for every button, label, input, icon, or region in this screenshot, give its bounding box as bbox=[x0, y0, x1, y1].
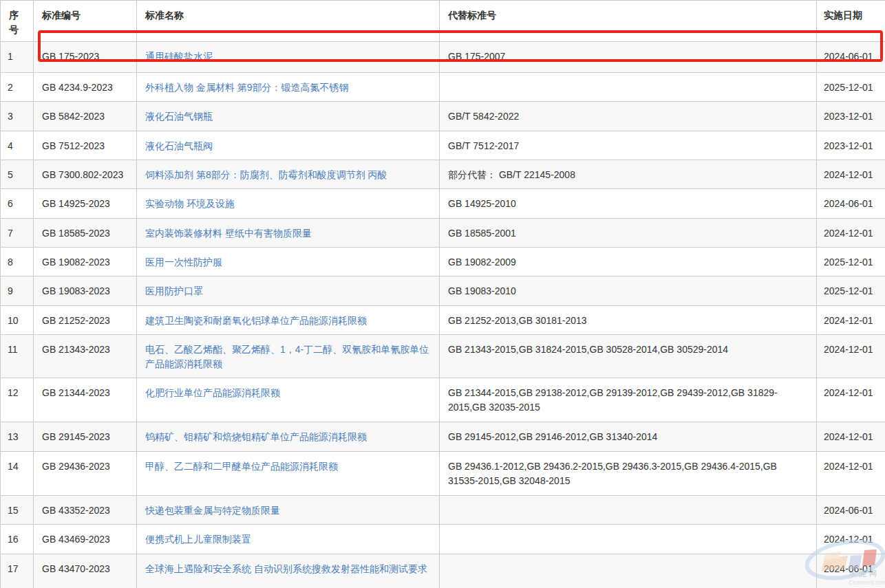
replaced-codes-cell bbox=[440, 525, 817, 554]
row-index-cell: 1 bbox=[1, 42, 34, 73]
standard-code-cell: GB 175-2023 bbox=[34, 42, 137, 73]
standard-code-cell: GB 43352-2023 bbox=[34, 496, 137, 525]
table-row: 14GB 29436-2023甲醇、乙二醇和二甲醚单位产品能源消耗限额GB 29… bbox=[1, 452, 885, 496]
standard-name-link[interactable]: 建筑卫生陶瓷和耐磨氧化铝球单位产品能源消耗限额 bbox=[145, 315, 367, 326]
table-row: 10GB 21252-2023建筑卫生陶瓷和耐磨氧化铝球单位产品能源消耗限额GB… bbox=[1, 306, 885, 335]
implementation-date-cell: 2025-12-01 bbox=[817, 248, 885, 276]
standard-name-link[interactable]: 电石、乙酸乙烯酯、聚乙烯醇、1，4-丁二醇、双氰胺和单氰胺单位产品能源消耗限额 bbox=[145, 344, 429, 369]
standard-code-cell: GB 18585-2023 bbox=[34, 219, 137, 248]
table-row: 11GB 21343-2023电石、乙酸乙烯酯、聚乙烯醇、1，4-丁二醇、双氰胺… bbox=[1, 335, 885, 378]
replaced-codes-cell: GB 175-2007 bbox=[440, 42, 817, 73]
standard-code-cell: GB 29436-2023 bbox=[34, 452, 137, 496]
implementation-date-cell: 2024-06-01 bbox=[817, 42, 885, 73]
row-index-cell: 2 bbox=[1, 73, 34, 102]
table-row: 6GB 14925-2023实验动物 环境及设施GB 14925-2010202… bbox=[1, 189, 885, 219]
standard-name-cell: 便携式机上儿童限制装置 bbox=[137, 525, 440, 554]
replaced-codes-cell bbox=[440, 554, 817, 588]
replaced-codes-cell: GB 21252-2013,GB 30181-2013 bbox=[440, 306, 817, 335]
row-index-cell: 9 bbox=[1, 276, 34, 306]
standard-code-cell: GB 5842-2023 bbox=[34, 102, 137, 131]
row-index-cell: 15 bbox=[1, 496, 34, 525]
standard-name-cell: 医用一次性防护服 bbox=[137, 248, 440, 276]
table-header: 序号 标准编号 标准名称 代替标准号 实施日期 bbox=[1, 1, 885, 42]
implementation-date-cell: 2024-12-01 bbox=[817, 219, 885, 248]
implementation-date-cell: 2024-06-01 bbox=[817, 496, 885, 525]
table-row: 8GB 19082-2023医用一次性防护服GB 19082-20092025-… bbox=[1, 248, 885, 276]
standard-name-link[interactable]: 甲醇、乙二醇和二甲醚单位产品能源消耗限额 bbox=[145, 461, 338, 472]
standard-code-cell: GB 4234.9-2023 bbox=[34, 73, 137, 102]
column-header-impl-date: 实施日期 bbox=[817, 1, 885, 42]
standard-name-link[interactable]: 全球海上遇险和安全系统 自动识别系统搜救发射器性能和测试要求 bbox=[145, 563, 427, 574]
standard-code-cell: GB 21252-2023 bbox=[34, 306, 137, 335]
row-index-cell: 8 bbox=[1, 248, 34, 276]
implementation-date-cell: 2023-12-01 bbox=[817, 131, 885, 160]
replaced-codes-cell bbox=[440, 73, 817, 102]
implementation-date-cell: 2024-12-01 bbox=[817, 525, 885, 554]
implementation-date-cell: 2025-12-01 bbox=[817, 276, 885, 306]
table-row: 3GB 5842-2023液化石油气钢瓶GB/T 5842-20222023-1… bbox=[1, 102, 885, 131]
standard-name-link[interactable]: 饲料添加剂 第8部分：防腐剂、防霉剂和酸度调节剂 丙酸 bbox=[145, 169, 387, 180]
standard-name-link[interactable]: 医用一次性防护服 bbox=[145, 257, 222, 268]
implementation-date-cell: 2024-12-01 bbox=[817, 160, 885, 189]
implementation-date-cell: 2024-06-01 bbox=[817, 554, 885, 588]
standard-name-cell: 液化石油气瓶阀 bbox=[137, 131, 440, 160]
standard-name-link[interactable]: 医用防护口罩 bbox=[145, 285, 203, 296]
replaced-codes-cell: 部分代替： GB/T 22145-2008 bbox=[440, 160, 817, 189]
standard-name-link[interactable]: 液化石油气钢瓶 bbox=[145, 111, 213, 122]
row-index-cell: 16 bbox=[1, 525, 34, 554]
standard-code-cell: GB 19082-2023 bbox=[34, 248, 137, 276]
row-index-cell: 6 bbox=[1, 189, 34, 219]
standard-code-cell: GB 14925-2023 bbox=[34, 189, 137, 219]
row-index-cell: 12 bbox=[1, 378, 34, 422]
replaced-codes-cell: GB/T 5842-2022 bbox=[440, 102, 817, 131]
table-row: 17GB 43470-2023全球海上遇险和安全系统 自动识别系统搜救发射器性能… bbox=[1, 554, 885, 588]
replaced-codes-cell: GB 29145-2012,GB 29146-2012,GB 31340-201… bbox=[440, 422, 817, 452]
replaced-codes-cell: GB 18585-2001 bbox=[440, 219, 817, 248]
row-index-cell: 14 bbox=[1, 452, 34, 496]
table-row: 2GB 4234.9-2023外科植入物 金属材料 第9部分：锻造高氮不锈钢20… bbox=[1, 73, 885, 102]
standard-name-cell: 钨精矿、钼精矿和焙烧钼精矿单位产品能源消耗限额 bbox=[137, 422, 440, 452]
standard-name-cell: 化肥行业单位产品能源消耗限额 bbox=[137, 378, 440, 422]
standard-name-link[interactable]: 实验动物 环境及设施 bbox=[145, 198, 235, 209]
standard-name-link[interactable]: 化肥行业单位产品能源消耗限额 bbox=[145, 387, 280, 398]
implementation-date-cell: 2024-12-01 bbox=[817, 422, 885, 452]
standard-name-link[interactable]: 快递包装重金属与特定物质限量 bbox=[145, 505, 280, 516]
replaced-codes-cell: GB 19083-2010 bbox=[440, 276, 817, 306]
implementation-date-cell: 2024-06-01 bbox=[817, 189, 885, 219]
row-index-cell: 17 bbox=[1, 554, 34, 588]
standard-name-link[interactable]: 室内装饰装修材料 壁纸中有害物质限量 bbox=[145, 228, 312, 239]
standard-name-cell: 医用防护口罩 bbox=[137, 276, 440, 306]
row-index-cell: 7 bbox=[1, 219, 34, 248]
standard-name-link[interactable]: 液化石油气瓶阀 bbox=[145, 140, 213, 151]
standard-name-cell: 饲料添加剂 第8部分：防腐剂、防霉剂和酸度调节剂 丙酸 bbox=[137, 160, 440, 189]
row-index-cell: 13 bbox=[1, 422, 34, 452]
table-row: 16GB 43469-2023便携式机上儿童限制装置2024-12-01 bbox=[1, 525, 885, 554]
table-row: 7GB 18585-2023室内装饰装修材料 壁纸中有害物质限量GB 18585… bbox=[1, 219, 885, 248]
row-index-cell: 5 bbox=[1, 160, 34, 189]
row-index-cell: 4 bbox=[1, 131, 34, 160]
standard-name-cell: 液化石油气钢瓶 bbox=[137, 102, 440, 131]
table-row: 12GB 21344-2023化肥行业单位产品能源消耗限额GB 21344-20… bbox=[1, 378, 885, 422]
standard-code-cell: GB 43469-2023 bbox=[34, 525, 137, 554]
row-index-cell: 3 bbox=[1, 102, 34, 131]
standard-name-link[interactable]: 外科植入物 金属材料 第9部分：锻造高氮不锈钢 bbox=[145, 82, 349, 93]
standard-name-cell: 全球海上遇险和安全系统 自动识别系统搜救发射器性能和测试要求 bbox=[137, 554, 440, 588]
implementation-date-cell: 2023-12-01 bbox=[817, 102, 885, 131]
standard-code-cell: GB 43470-2023 bbox=[34, 554, 137, 588]
standard-name-cell: 实验动物 环境及设施 bbox=[137, 189, 440, 219]
standard-name-cell: 甲醇、乙二醇和二甲醚单位产品能源消耗限额 bbox=[137, 452, 440, 496]
standard-code-cell: GB 21343-2023 bbox=[34, 335, 137, 378]
implementation-date-cell: 2024-12-01 bbox=[817, 335, 885, 378]
implementation-date-cell: 2024-12-01 bbox=[817, 306, 885, 335]
table-row: 13GB 29145-2023钨精矿、钼精矿和焙烧钼精矿单位产品能源消耗限额GB… bbox=[1, 422, 885, 452]
standard-name-link[interactable]: 通用硅酸盐水泥 bbox=[145, 51, 213, 62]
replaced-codes-cell: GB 21343-2015,GB 31824-2015,GB 30528-201… bbox=[440, 335, 817, 378]
standards-table: 序号 标准编号 标准名称 代替标准号 实施日期 1GB 175-2023通用硅酸… bbox=[0, 0, 885, 588]
standard-name-link[interactable]: 钨精矿、钼精矿和焙烧钼精矿单位产品能源消耗限额 bbox=[145, 431, 367, 442]
table-row: 1GB 175-2023通用硅酸盐水泥GB 175-20072024-06-01 bbox=[1, 42, 885, 73]
standard-name-link[interactable]: 便携式机上儿童限制装置 bbox=[145, 534, 251, 545]
standard-code-cell: GB 7512-2023 bbox=[34, 131, 137, 160]
standard-code-cell: GB 29145-2023 bbox=[34, 422, 137, 452]
column-header-replaced-codes: 代替标准号 bbox=[440, 1, 817, 42]
standard-name-cell: 建筑卫生陶瓷和耐磨氧化铝球单位产品能源消耗限额 bbox=[137, 306, 440, 335]
